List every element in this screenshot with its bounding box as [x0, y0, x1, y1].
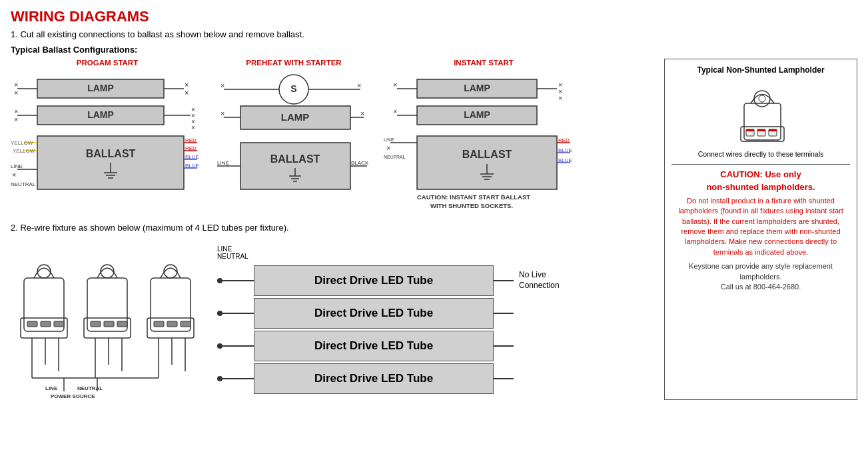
tube-box-3: Direct Drive LED Tube	[254, 331, 494, 361]
svg-rect-115	[181, 321, 191, 327]
tubes-area: LINE NEUTRAL Direct Drive LED Tube	[217, 241, 560, 396]
svg-text:YELLOW: YELLOW	[13, 148, 35, 154]
wire-header: LINE NEUTRAL	[217, 241, 254, 260]
svg-text:×: ×	[357, 81, 361, 89]
main-layout: PROGAM START LAMP × × × ×	[11, 59, 857, 400]
tube-wire-left-3	[217, 345, 254, 347]
svg-text:×: ×	[191, 124, 195, 131]
svg-rect-113	[154, 321, 164, 327]
line-neutral-labels: LINE NEUTRAL	[217, 241, 254, 260]
svg-point-137	[759, 95, 765, 102]
step2-text: 2. Re-wire fixture as shown below (maxim…	[11, 223, 657, 233]
svg-text:NEUTRAL: NEUTRAL	[77, 385, 103, 391]
tube-row-2: Direct Drive LED Tube	[217, 298, 514, 329]
svg-text:BALLAST: BALLAST	[86, 148, 136, 159]
svg-text:CAUTION: INSTANT START BALLAST: CAUTION: INSTANT START BALLAST	[417, 193, 530, 201]
svg-text:LAMP: LAMP	[464, 109, 490, 120]
lampholders-svg: LINE NEUTRAL POWER SOURCE	[11, 238, 204, 398]
svg-rect-106	[117, 321, 127, 327]
svg-text:×: ×	[393, 81, 397, 89]
svg-text:NEUTRAL: NEUTRAL	[384, 155, 406, 159]
svg-text:BALLAST: BALLAST	[270, 153, 320, 165]
svg-rect-95	[27, 321, 37, 327]
tube-wire-left-2	[217, 313, 254, 314]
connect-label: Connect wires directly to these terminal…	[671, 149, 850, 159]
svg-text:×: ×	[185, 81, 189, 89]
tube-box-1: Direct Drive LED Tube	[254, 265, 494, 296]
caution-body: Do not install product in a fixture with…	[671, 196, 850, 257]
svg-text:LAMP: LAMP	[87, 109, 114, 120]
tube-wire-right-1	[494, 280, 514, 281]
svg-text:BLUE: BLUE	[185, 163, 199, 169]
tube-wire-right-3	[494, 345, 514, 347]
svg-rect-141	[746, 129, 754, 131]
step2-layout: LINE NEUTRAL POWER SOURCE LINE NEUTRAL	[11, 238, 657, 400]
tube-row-1: Direct Drive LED Tube No Live Connection	[217, 265, 560, 296]
lampholders-area: LINE NEUTRAL POWER SOURCE	[11, 238, 204, 400]
svg-rect-104	[91, 321, 101, 327]
preheat-svg: S × × LAMP × ×	[217, 69, 370, 216]
program-start-svg: LAMP × × × × LAMP	[11, 69, 204, 216]
svg-text:×: ×	[14, 107, 18, 115]
svg-text:LINE: LINE	[384, 137, 394, 142]
tube-wire-left-1	[217, 280, 254, 281]
instant-start-diagram: INSTANT START LAMP × × × ×	[384, 59, 584, 216]
svg-rect-94	[37, 265, 51, 278]
svg-rect-105	[104, 321, 114, 327]
tube-wire-right-4	[494, 378, 514, 379]
caution-title: CAUTION: Use onlynon-shunted lampholders…	[671, 169, 850, 193]
svg-text:LINE: LINE	[217, 160, 229, 166]
svg-text:BLUE: BLUE	[185, 154, 199, 160]
program-start-diagram: PROGAM START LAMP × × × ×	[11, 59, 204, 216]
svg-rect-103	[101, 265, 114, 278]
svg-text:×: ×	[185, 89, 189, 97]
svg-text:BLUE: BLUE	[558, 147, 572, 153]
instant-start-label: INSTANT START	[454, 59, 514, 67]
section-title: Typical Ballast Configurations:	[11, 45, 857, 55]
svg-rect-114	[167, 321, 177, 327]
svg-text:LINE: LINE	[45, 385, 58, 391]
svg-text:LINE: LINE	[11, 163, 23, 169]
svg-text:×: ×	[220, 81, 224, 89]
svg-text:WITH SHUNTED SOCKETS.: WITH SHUNTED SOCKETS.	[430, 202, 513, 209]
svg-text:BLACK: BLACK	[351, 160, 369, 166]
tube-box-4: Direct Drive LED Tube	[254, 363, 494, 394]
svg-rect-52	[240, 143, 350, 189]
svg-text:×: ×	[14, 81, 18, 89]
preheat-label: PREHEAT WITH STARTER	[246, 59, 341, 67]
caution-divider	[671, 164, 850, 165]
page-title: WIRING DIAGRAMS	[11, 8, 857, 25]
tube-row-3: Direct Drive LED Tube	[217, 331, 514, 361]
program-start-label: PROGAM START	[77, 59, 138, 67]
svg-text:×: ×	[386, 144, 390, 152]
note-text: Keystone can provide any style replaceme…	[671, 261, 850, 292]
instant-start-svg: LAMP × × × × LAMP ×	[384, 69, 584, 216]
svg-rect-142	[757, 129, 765, 131]
lampholder-illustration	[721, 80, 801, 147]
page: WIRING DIAGRAMS 1. Cut all existing conn…	[0, 0, 868, 468]
svg-text:×: ×	[14, 89, 18, 97]
left-content: PROGAM START LAMP × × × ×	[11, 59, 657, 400]
no-live-label: No Live Connection	[519, 270, 560, 291]
right-panel-title: Typical Non-Shunted Lampholder	[671, 65, 850, 76]
svg-text:×: ×	[558, 94, 562, 102]
svg-text:RED: RED	[185, 145, 197, 151]
svg-text:YELLOW: YELLOW	[11, 140, 33, 146]
ballast-area: PROGAM START LAMP × × × ×	[11, 59, 657, 216]
tube-row-4: Direct Drive LED Tube	[217, 363, 514, 394]
svg-text:RED: RED	[185, 137, 197, 143]
svg-text:LAMP: LAMP	[464, 83, 490, 93]
svg-text:×: ×	[360, 109, 364, 117]
tube-wire-right-2	[494, 313, 514, 314]
svg-rect-97	[54, 321, 64, 327]
svg-text:LAMP: LAMP	[87, 83, 114, 93]
svg-rect-74	[417, 136, 557, 189]
preheat-diagram: PREHEAT WITH STARTER S × × LAMP	[217, 59, 370, 216]
right-panel: Typical Non-Shunted Lampholder	[664, 59, 857, 400]
svg-point-136	[754, 91, 770, 107]
svg-text:×: ×	[220, 109, 224, 117]
svg-text:×: ×	[393, 107, 397, 115]
svg-text:NEUTRAL: NEUTRAL	[11, 181, 36, 187]
svg-text:BALLAST: BALLAST	[462, 149, 512, 160]
svg-text:LAMP: LAMP	[281, 111, 310, 123]
